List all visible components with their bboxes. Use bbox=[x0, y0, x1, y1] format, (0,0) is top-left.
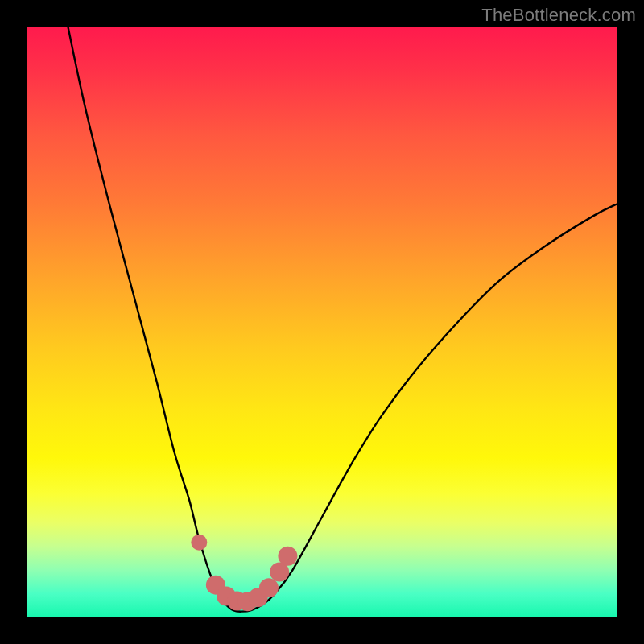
plot-area bbox=[27, 27, 617, 617]
curve-marker bbox=[259, 578, 279, 597]
marker-layer bbox=[191, 535, 297, 611]
bottleneck-curve bbox=[68, 27, 617, 612]
curve-marker bbox=[278, 547, 297, 566]
watermark-text: TheBottleneck.com bbox=[481, 5, 636, 26]
curve-marker bbox=[191, 535, 207, 551]
curve-layer bbox=[27, 27, 617, 617]
chart-frame: TheBottleneck.com bbox=[0, 0, 644, 644]
